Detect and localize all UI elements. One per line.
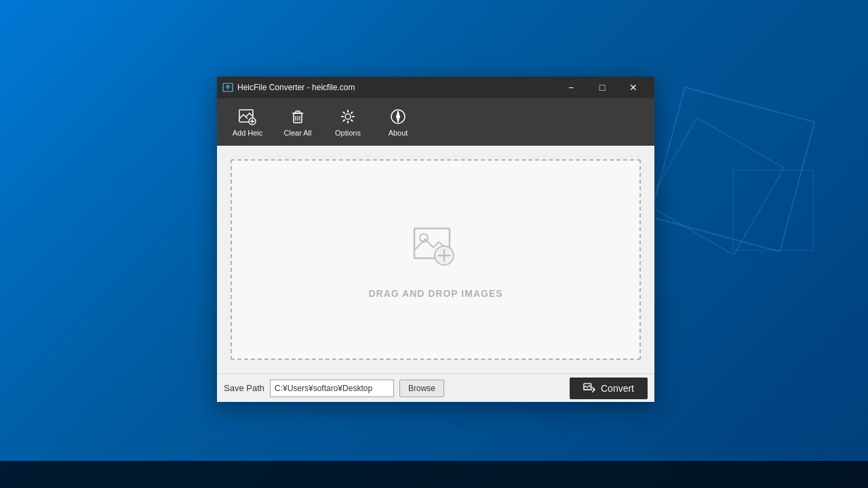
svg-point-17: [397, 116, 399, 118]
svg-point-13: [345, 114, 351, 119]
bottom-bar: Save Path Browse Convert: [217, 373, 654, 402]
add-image-icon: [238, 107, 257, 126]
about-button[interactable]: About: [374, 102, 422, 142]
about-label: About: [389, 129, 408, 137]
maximize-button[interactable]: □: [587, 77, 618, 98]
main-content: DRAG AND DROP IMAGES: [217, 146, 654, 373]
drop-zone[interactable]: DRAG AND DROP IMAGES: [231, 159, 641, 360]
close-button[interactable]: ✕: [618, 77, 649, 98]
clear-all-button[interactable]: Clear All: [274, 102, 321, 142]
title-bar: HeicFile Converter - heicfile.com − □ ✕: [217, 77, 654, 98]
taskbar: [0, 461, 868, 488]
minimize-button[interactable]: −: [555, 77, 587, 98]
add-heic-button[interactable]: Add Heic: [224, 102, 271, 142]
gear-icon: [338, 107, 357, 126]
save-path-input[interactable]: [270, 380, 394, 397]
trash-icon: [288, 107, 307, 126]
browse-button[interactable]: Browse: [399, 380, 444, 397]
drop-zone-text: DRAG AND DROP IMAGES: [368, 288, 502, 299]
convert-icon: [583, 382, 595, 394]
convert-label: Convert: [601, 383, 634, 394]
drop-zone-icon: [409, 220, 463, 277]
save-path-label: Save Path: [224, 383, 264, 393]
window-controls: − □ ✕: [555, 77, 649, 98]
options-label: Options: [335, 129, 361, 137]
options-button[interactable]: Options: [324, 102, 372, 142]
toolbar: Add Heic Clear All: [217, 98, 654, 146]
clear-all-label: Clear All: [284, 129, 312, 137]
window-title: HeicFile Converter - heicfile.com: [237, 83, 555, 92]
add-heic-label: Add Heic: [233, 129, 263, 137]
application-window: HeicFile Converter - heicfile.com − □ ✕ …: [217, 77, 654, 402]
app-icon: [222, 82, 233, 93]
compass-icon: [389, 107, 408, 126]
convert-button[interactable]: Convert: [570, 378, 648, 399]
